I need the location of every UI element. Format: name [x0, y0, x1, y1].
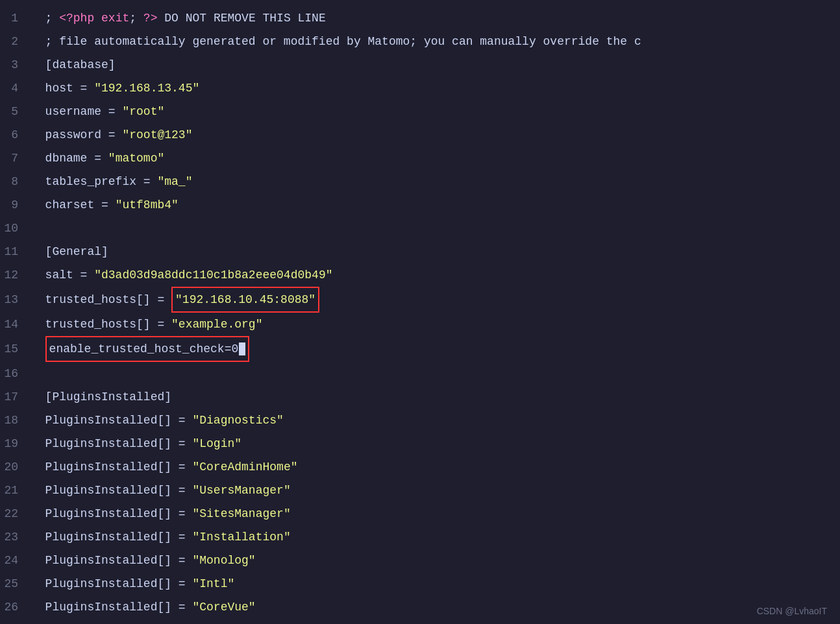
line-number: 14 [0, 313, 31, 336]
line-number: 23 [0, 525, 31, 549]
line-content: password = "root@123" [31, 123, 840, 147]
line-content: PluginsInstalled[] = "Login" [31, 432, 840, 455]
line-content: trusted_hosts[] = "192.168.10.45:8088" [31, 287, 840, 313]
line-content: PluginsInstalled[] = "CoreAdminHome" [31, 455, 840, 479]
code-line: 13 trusted_hosts[] = "192.168.10.45:8088… [0, 287, 840, 313]
code-line: 6 password = "root@123" [0, 123, 840, 147]
line-content: charset = "utf8mb4" [31, 193, 840, 217]
line-number: 27 [0, 619, 31, 624]
line-content: PluginsInstalled[] = "SitesManager" [31, 502, 840, 525]
code-line: 26 PluginsInstalled[] = "CoreVue" [0, 595, 840, 619]
line-content: [General] [31, 240, 840, 263]
watermark: CSDN @LvhaoIT [757, 606, 827, 616]
code-line: 1 ; <?php exit; ?> DO NOT REMOVE THIS LI… [0, 6, 840, 30]
code-line: 14 trusted_hosts[] = "example.org" [0, 313, 840, 336]
code-line: 24 PluginsInstalled[] = "Monolog" [0, 549, 840, 572]
highlight-box: enable_trusted_host_check=0 [45, 336, 250, 362]
line-number: 24 [0, 549, 31, 572]
code-line: 23 PluginsInstalled[] = "Installation" [0, 525, 840, 549]
line-number: 19 [0, 432, 31, 455]
line-content: PluginsInstalled[] = "Monolog" [31, 549, 840, 572]
line-content: host = "192.168.13.45" [31, 77, 840, 100]
line-content: enable_trusted_host_check=0 [31, 336, 840, 362]
line-number: 2 [0, 30, 31, 53]
line-content: [PluginsInstalled] [31, 385, 840, 409]
line-content: PluginsInstalled[] = "UsersManager" [31, 479, 840, 502]
line-number: 15 [0, 337, 31, 361]
line-content: ; <?php exit; ?> DO NOT REMOVE THIS LINE [31, 6, 840, 30]
code-line: 20 PluginsInstalled[] = "CoreAdminHome" [0, 455, 840, 479]
line-number: 20 [0, 455, 31, 479]
code-line: 19 PluginsInstalled[] = "Login" [0, 432, 840, 455]
code-line: 16 [0, 362, 840, 385]
line-content: [database] [31, 53, 840, 77]
highlight-box: "192.168.10.45:8088" [171, 287, 319, 313]
line-content: username = "root" [31, 100, 840, 123]
code-line: 8 tables_prefix = "ma_" [0, 170, 840, 193]
line-number: 16 [0, 362, 31, 385]
line-number: 11 [0, 240, 31, 263]
line-number: 3 [0, 53, 31, 77]
text-cursor [239, 342, 245, 355]
code-line: 12 salt = "d3ad03d9a8ddc110c1b8a2eee04d0… [0, 263, 840, 287]
code-line: 18 PluginsInstalled[] = "Diagnostics" [0, 409, 840, 432]
code-line: 21 PluginsInstalled[] = "UsersManager" [0, 479, 840, 502]
code-editor: 1 ; <?php exit; ?> DO NOT REMOVE THIS LI… [0, 0, 840, 624]
line-number: 8 [0, 170, 31, 193]
code-line: 3 [database] [0, 53, 840, 77]
code-line: 7 dbname = "matomo" [0, 147, 840, 170]
line-content: PluginsInstalled[] = "Diagnostics" [31, 409, 840, 432]
line-content: dbname = "matomo" [31, 147, 840, 170]
line-content: PluginsInstalled[] = "Intl" [31, 572, 840, 595]
line-number: 10 [0, 217, 31, 240]
code-line: 4 host = "192.168.13.45" [0, 77, 840, 100]
line-number: 1 [0, 6, 31, 30]
code-line: 15 enable_trusted_host_check=0 [0, 336, 840, 362]
line-content: PluginsInstalled[] = "CoreVue" [31, 595, 840, 619]
line-content: tables_prefix = "ma_" [31, 170, 840, 193]
code-line: 17 [PluginsInstalled] [0, 385, 840, 409]
line-number: 26 [0, 595, 31, 619]
code-line: 2 ; file automatically generated or modi… [0, 30, 840, 53]
code-line: 5 username = "root" [0, 100, 840, 123]
line-number: 22 [0, 502, 31, 525]
line-content: trusted_hosts[] = "example.org" [31, 313, 840, 336]
line-number: 18 [0, 409, 31, 432]
code-line: 9 charset = "utf8mb4" [0, 193, 840, 217]
line-content: PluginsInstalled[] = "Installation" [31, 525, 840, 549]
line-content: PluginsInstalled[] = "CorePluginsAdmin" [31, 619, 840, 624]
code-line: 27 PluginsInstalled[] = "CorePluginsAdmi… [0, 619, 840, 624]
line-number: 9 [0, 193, 31, 217]
line-number: 7 [0, 147, 31, 170]
code-line: 10 [0, 217, 840, 240]
line-number: 5 [0, 100, 31, 123]
line-number: 17 [0, 385, 31, 409]
line-number: 25 [0, 572, 31, 595]
code-line: 22 PluginsInstalled[] = "SitesManager" [0, 502, 840, 525]
code-line: 11 [General] [0, 240, 840, 263]
code-line: 25 PluginsInstalled[] = "Intl" [0, 572, 840, 595]
line-number: 6 [0, 123, 31, 147]
line-content: salt = "d3ad03d9a8ddc110c1b8a2eee04d0b49… [31, 263, 840, 287]
line-number: 4 [0, 77, 31, 100]
line-number: 12 [0, 263, 31, 287]
line-number: 21 [0, 479, 31, 502]
line-number: 13 [0, 288, 31, 311]
line-content: ; file automatically generated or modifi… [31, 30, 840, 53]
